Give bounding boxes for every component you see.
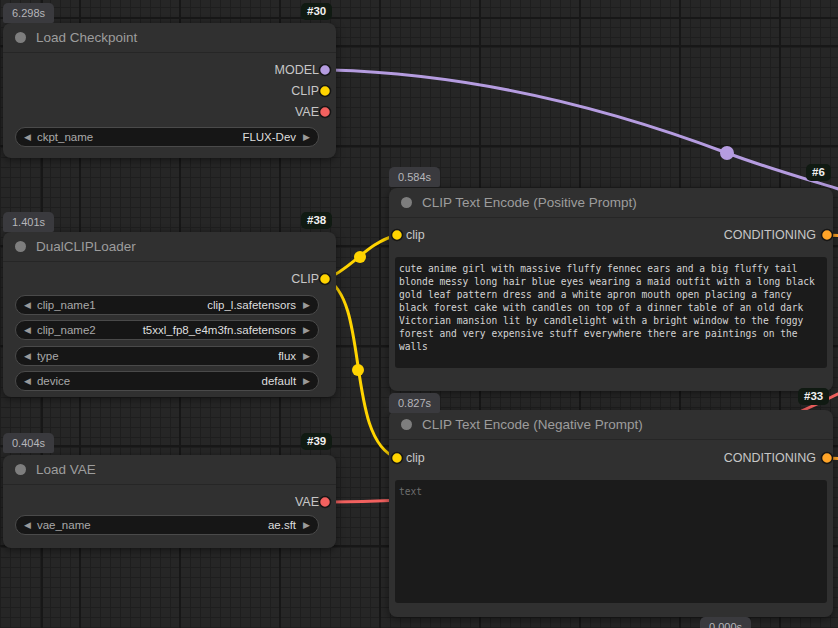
node-clip-text-encode-negative[interactable]: CLIP Text Encode (Negative Prompt) clip … [389,410,833,617]
node-header[interactable]: CLIP Text Encode (Negative Prompt) [389,410,833,440]
wire-dot-clip-upper[interactable] [354,251,366,263]
exec-time-badge: 0.827s [389,393,440,413]
output-label-vae: VAE [295,495,319,509]
widget-value: clip_l.safetensors [207,299,296,311]
widget-name: clip_name2 [37,324,96,336]
exec-time-badge: 1.401s [3,212,54,232]
output-label-model: MODEL [275,63,319,77]
exec-time-badge: 0.404s [3,433,54,453]
output-label-clip: CLIP [291,84,319,98]
widget-name: device [37,375,70,387]
node-graph-canvas[interactable]: 6.298s #30 Load Checkpoint MODEL CLIP VA… [0,0,838,628]
widget-value: default [262,375,297,387]
prev-arrow-icon[interactable]: ◀ [24,346,31,366]
next-arrow-icon[interactable]: ▶ [303,127,310,147]
node-load-checkpoint[interactable]: Load Checkpoint MODEL CLIP VAE ◀ ckpt_na… [3,23,336,158]
positive-prompt-textarea[interactable]: cute anime girl with massive fluffy fenn… [395,257,827,368]
input-label-clip: clip [406,228,425,242]
widget-value: ae.sft [268,519,296,531]
node-title: DualCLIPLoader [36,239,136,254]
node-header[interactable]: Load VAE [3,455,336,485]
prev-arrow-icon[interactable]: ◀ [24,371,31,391]
node-load-vae[interactable]: Load VAE VAE ◀ vae_name ae.sft ▶ [3,455,336,548]
next-arrow-icon[interactable]: ▶ [303,295,310,315]
widget-name: clip_name1 [37,299,96,311]
widget-value: FLUX-Dev [242,131,296,143]
node-title: Load Checkpoint [36,30,137,45]
widget-vae-name[interactable]: ◀ vae_name ae.sft ▶ [15,515,319,535]
collapse-dot-icon[interactable] [401,197,412,208]
node-id-badge: #30 [301,3,332,20]
node-title: Load VAE [36,462,96,477]
widget-clip-name1[interactable]: ◀ clip_name1 clip_l.safetensors ▶ [15,295,319,315]
widget-name: vae_name [37,519,91,531]
node-title: CLIP Text Encode (Negative Prompt) [422,417,643,432]
widget-value: t5xxl_fp8_e4m3fn.safetensors [143,324,296,336]
output-label-conditioning: CONDITIONING [724,451,816,465]
collapse-dot-icon[interactable] [15,32,26,43]
wire-dot-clip-lower[interactable] [352,364,364,376]
widget-clip-name2[interactable]: ◀ clip_name2 t5xxl_fp8_e4m3fn.safetensor… [15,320,319,340]
node-header[interactable]: Load Checkpoint [3,23,336,53]
prev-arrow-icon[interactable]: ◀ [24,320,31,340]
prev-arrow-icon[interactable]: ◀ [24,515,31,535]
output-label-clip: CLIP [291,272,319,286]
widget-device[interactable]: ◀ device default ▶ [15,371,319,391]
input-label-clip: clip [406,451,425,465]
wire-dot-model[interactable] [720,146,734,160]
negative-prompt-textarea[interactable] [395,480,827,603]
node-header[interactable]: DualCLIPLoader [3,232,336,262]
node-id-badge: #39 [301,433,332,450]
collapse-dot-icon[interactable] [15,464,26,475]
collapse-dot-icon[interactable] [401,419,412,430]
next-arrow-icon[interactable]: ▶ [303,515,310,535]
prev-arrow-icon[interactable]: ◀ [24,295,31,315]
collapse-dot-icon[interactable] [15,241,26,252]
node-id-badge: #38 [301,212,332,229]
node-header[interactable]: CLIP Text Encode (Positive Prompt) [389,188,833,218]
widget-value: flux [278,350,296,362]
wire-clip-to-positive [326,235,397,279]
output-label-conditioning: CONDITIONING [724,228,816,242]
next-arrow-icon[interactable]: ▶ [303,320,310,340]
next-arrow-icon[interactable]: ▶ [303,371,310,391]
wire-clip-to-negative [326,279,397,458]
node-title: CLIP Text Encode (Positive Prompt) [422,195,637,210]
prev-arrow-icon[interactable]: ◀ [24,127,31,147]
exec-time-badge-offscreen: 0.000s [700,617,751,628]
next-arrow-icon[interactable]: ▶ [303,346,310,366]
output-label-vae: VAE [295,105,319,119]
node-id-badge: #33 [798,388,829,405]
node-dual-clip-loader[interactable]: DualCLIPLoader CLIP ◀ clip_name1 clip_l.… [3,232,336,397]
widget-name: ckpt_name [37,131,93,143]
widget-ckpt-name[interactable]: ◀ ckpt_name FLUX-Dev ▶ [15,127,319,147]
node-id-badge: #6 [806,164,831,181]
exec-time-badge: 6.298s [3,3,54,23]
widget-type[interactable]: ◀ type flux ▶ [15,346,319,366]
exec-time-badge: 0.584s [389,167,440,187]
widget-name: type [37,350,59,362]
node-clip-text-encode-positive[interactable]: CLIP Text Encode (Positive Prompt) clip … [389,188,833,391]
